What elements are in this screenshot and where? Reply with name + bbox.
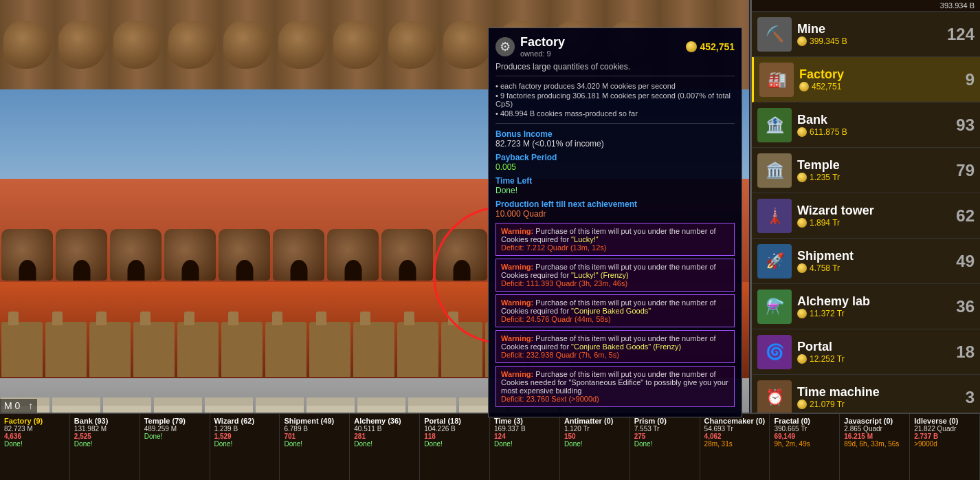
factory-building: [353, 322, 394, 377]
status-portal-name: Portal (18): [424, 417, 485, 425]
deficit-1: Deficit: 7.212 Quadr (13m, 12s): [501, 243, 606, 252]
status-fractal-name: Fractal (0): [774, 417, 835, 425]
status-shipment-amount: 6.789 B: [284, 425, 345, 433]
rock-cookie: [113, 21, 162, 69]
warning-box-5: Warning: Purchase of this item will put …: [495, 366, 735, 407]
status-bank[interactable]: Bank (93) 131.982 M 2,525 Done!: [70, 414, 140, 480]
mine-count: 124: [947, 25, 975, 44]
status-factory[interactable]: Factory (9) 82.723 M 4,636 Done!: [0, 414, 70, 480]
warning-name-4: "Conjure Baked Goods" (Frenzy): [571, 342, 681, 351]
warning-box-1: Warning: Purchase of this item will put …: [495, 223, 735, 256]
factory-building: [221, 322, 263, 377]
cave-building: [164, 229, 216, 281]
status-alchemy-name: Alchemy (36): [354, 417, 415, 425]
sidebar-item-mine[interactable]: ⛏️ Mine 399.345 B 124: [752, 12, 980, 57]
factory-building: [397, 322, 438, 377]
sidebar-item-portal[interactable]: 🌀 Portal 12.252 Tr 18: [752, 329, 980, 375]
status-javascript[interactable]: Javascript (0) 2.865 Quadr 16.215 M 89d,…: [840, 414, 910, 480]
tooltip-title-row: ⚙ Factory owned: 9: [495, 35, 565, 58]
status-shipment-bonus: 701: [284, 433, 345, 440]
temple-info: Temple 1.235 Tr: [797, 158, 950, 182]
portal-count: 18: [956, 342, 975, 362]
bonus-income-label: Bonus Income: [495, 129, 735, 139]
sidebar-item-alchemy-lab[interactable]: ⚗️ Alchemy lab 11.372 Tr 36: [752, 284, 980, 329]
mine-name: Mine: [797, 22, 942, 36]
coin-icon: [686, 41, 697, 52]
status-temple[interactable]: Temple (79) 489.259 M Done!: [140, 414, 210, 480]
coin-icon: [797, 218, 807, 228]
cave-building: [436, 229, 487, 281]
status-portal[interactable]: Portal (18) 104.226 B 118 Done!: [420, 414, 490, 480]
prod-achievement-value: 10.000 Quadr: [495, 209, 735, 219]
temple-building: [103, 404, 151, 413]
warning-text-5: Purchase of this item will put you under…: [501, 370, 728, 395]
status-time-done: Done!: [494, 440, 555, 448]
status-fractal[interactable]: Fractal (0) 390.665 Tr 69,149 9h, 2m, 49…: [770, 414, 840, 480]
deficit-4: Deficit: 232.938 Quadr (7h, 6m, 5s): [501, 351, 619, 359]
wizard-tower-cost: 1.894 Tr: [810, 218, 840, 228]
status-factory-done: Done!: [4, 440, 65, 448]
status-shipment-done: Done!: [284, 440, 345, 448]
prod-achievement-group: Production left till next achievement 10…: [495, 199, 735, 219]
temple-building: [408, 404, 456, 413]
status-javascript-bonus: 16.215 M: [844, 433, 905, 440]
sidebar-item-factory[interactable]: 🏭 Factory 452,751 9: [752, 57, 980, 102]
temple-building: [357, 404, 405, 413]
portal-cost-row: 12.252 Tr: [797, 354, 950, 364]
time-left-label: Time Left: [495, 176, 735, 186]
portal-info: Portal 12.252 Tr: [797, 340, 950, 364]
time-left-group: Time Left Done!: [495, 176, 735, 195]
time-left-value: Done!: [495, 186, 735, 195]
factory-building: [441, 322, 482, 377]
status-time[interactable]: Time (3) 169.337 B 124 Done!: [490, 414, 560, 480]
warning-box-2: Warning: Purchase of this item will put …: [495, 259, 735, 292]
up-arrow-icon[interactable]: ↑: [28, 400, 33, 411]
coin-icon: [799, 82, 809, 91]
bank-name: Bank: [797, 113, 950, 127]
rock-cookie: [168, 21, 216, 69]
status-javascript-amount: 2.865 Quadr: [844, 425, 905, 433]
status-chancemaker-name: Chancemaker (0): [704, 417, 766, 425]
status-bank-bonus: 2,525: [74, 433, 135, 440]
time-machine-name: Time machine: [797, 385, 960, 400]
sidebar-item-shipment[interactable]: 🚀 Shipment 4.758 Tr 49: [752, 239, 980, 284]
status-alchemy[interactable]: Alchemy (36) 40.511 B 281 Done!: [350, 414, 420, 480]
sidebar-item-time-machine[interactable]: ⏰ Time machine 21.079 Tr 3: [752, 375, 980, 413]
mine-info: Mine 399.345 B: [797, 22, 942, 46]
tooltip-description: Produces large quantities of cookies.: [495, 62, 735, 76]
tooltip-owned: owned: 9: [520, 50, 565, 58]
status-antimatter-done: Done!: [564, 440, 625, 448]
status-prism[interactable]: Prism (0) 7.553 Tr 275 Done!: [630, 414, 700, 480]
cave-building: [56, 229, 107, 281]
warning-name-2: "Lucky!" (Frenzy): [571, 271, 629, 279]
warning-label-1: Warning:: [501, 227, 533, 235]
shipment-name: Shipment: [797, 249, 950, 263]
sidebar-item-temple[interactable]: 🏛️ Temple 1.235 Tr 79: [752, 148, 980, 193]
time-machine-info: Time machine 21.079 Tr: [797, 385, 960, 409]
tooltip-stat-2: • 9 factories producing 306.181 M cookie…: [495, 91, 735, 108]
status-prism-name: Prism (0): [634, 417, 695, 425]
warning-label-4: Warning:: [501, 334, 533, 342]
coin-icon: [797, 354, 807, 364]
sidebar-item-wizard-tower[interactable]: 🗼 Wizard tower 1.894 Tr 62: [752, 193, 980, 239]
status-shipment[interactable]: Shipment (49) 6.789 B 701 Done!: [280, 414, 350, 480]
factory-building: [45, 322, 87, 377]
payback-label: Payback Period: [495, 153, 735, 162]
cave-building: [381, 229, 433, 281]
status-chancemaker[interactable]: Chancemaker (0) 54.693 Tr 4,062 28m, 31s: [700, 414, 770, 480]
bank-cost: 611.875 B: [810, 127, 847, 137]
status-wizard-bonus: 1,529: [214, 433, 276, 440]
status-chancemaker-progress: 28m, 31s: [704, 440, 766, 448]
status-antimatter[interactable]: Antimatter (0) 1.120 Tr 150 Done!: [560, 414, 630, 480]
factory-building: [177, 322, 219, 377]
bank-count: 93: [956, 116, 975, 135]
status-alchemy-done: Done!: [354, 440, 415, 448]
status-idleverse[interactable]: Idleverse (0) 21.822 Quadr 2.737 B >9000…: [910, 414, 980, 480]
cave-building: [273, 229, 324, 281]
wizard-tower-icon: 🗼: [757, 199, 792, 233]
status-idleverse-amount: 21.822 Quadr: [914, 425, 975, 433]
sidebar-item-bank[interactable]: 🏦 Bank 611.875 B 93: [752, 102, 980, 148]
status-wizard[interactable]: Wizard (62) 1.239 B 1,529 Done!: [210, 414, 280, 480]
temple-building: [154, 404, 202, 413]
rock-cookie: [443, 21, 491, 69]
